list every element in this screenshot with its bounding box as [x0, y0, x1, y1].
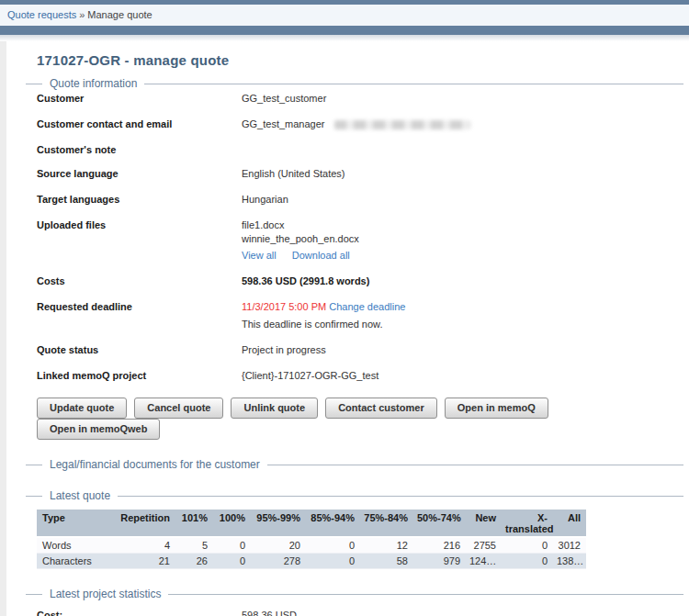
cost-label: Cost:	[37, 610, 242, 616]
table-cell: 0	[502, 537, 553, 554]
breadcrumb-current: Manage quote	[87, 9, 152, 20]
header-accent-bar	[0, 26, 689, 35]
download-all-link[interactable]: Download all	[292, 250, 350, 261]
uploaded-file-name: file1.docx	[242, 218, 359, 232]
section-latest-quote: Latest quote TypeRepetition101%100%95%-9…	[26, 489, 683, 582]
table-cell: 0	[306, 537, 360, 554]
customer-value: GG_test_customer	[242, 92, 326, 106]
cancel-quote-button[interactable]: Cancel quote	[134, 398, 223, 419]
table-cell: 20	[251, 537, 306, 554]
field-source-language: Source language English (United States)	[37, 167, 683, 181]
open-in-memoqweb-button[interactable]: Open in memoQweb	[37, 419, 160, 440]
change-deadline-link[interactable]: Change deadline	[329, 301, 405, 312]
field-costs: Costs 598.36 USD (2991.8 words)	[37, 274, 683, 288]
cost-value: 598.36 USD	[242, 610, 297, 616]
main-content: 171027-OGR - manage quote Quote informat…	[0, 41, 689, 616]
left-edge-strip	[0, 41, 6, 616]
uploaded-files-value: file1.docx winnie_the_pooh_en.docx View …	[242, 218, 359, 263]
costs-label: Costs	[37, 274, 242, 286]
table-cell: Characters	[37, 554, 110, 569]
quote-status-label: Quote status	[37, 343, 242, 355]
contact-customer-button[interactable]: Contact customer	[325, 398, 437, 419]
customer-label: Customer	[37, 92, 242, 104]
breadcrumb-quote-requests-link[interactable]: Quote requests	[7, 9, 76, 20]
column-header: Repetition	[110, 510, 175, 537]
customer-contact-label: Customer contact and email	[37, 118, 242, 129]
field-target-languages: Target languages Hungarian	[37, 193, 683, 207]
header-fade	[0, 35, 689, 41]
table-cell: Words	[37, 537, 110, 554]
requested-deadline-label: Requested deadline	[37, 300, 242, 312]
source-language-label: Source language	[37, 167, 242, 179]
update-quote-button[interactable]: Update quote	[37, 398, 127, 419]
section-latest-project-statistics: Latest project statistics Cost: 598.36 U…	[26, 588, 683, 616]
table-cell: 3012	[553, 537, 586, 554]
column-header: Type	[37, 510, 110, 537]
table-header-row: TypeRepetition101%100%95%-99%85%-94%75%-…	[37, 510, 586, 537]
field-cost: Cost: 598.36 USD	[37, 610, 683, 616]
table-cell: 2755	[466, 537, 502, 554]
table-cell: 0	[502, 554, 553, 569]
linked-project-label: Linked memoQ project	[37, 369, 242, 381]
table-cell: 21	[110, 554, 175, 569]
open-in-memoq-button[interactable]: Open in memoQ	[445, 398, 548, 419]
quote-information-legend: Quote information	[42, 77, 144, 90]
column-header: 101%	[175, 510, 213, 537]
column-header: 75%-84%	[360, 510, 413, 537]
customer-note-label: Customer's note	[37, 143, 242, 155]
field-customer: Customer GG_test_customer	[37, 92, 683, 106]
table-cell: 138…	[553, 554, 586, 569]
customer-contact-value: GG_test_manager	[242, 118, 470, 131]
field-customer-note: Customer's note	[37, 143, 683, 155]
deadline-confirmed-text: This deadline is confirmed now.	[242, 318, 405, 331]
customer-email-redacted	[334, 120, 470, 129]
table-cell: 12	[360, 537, 413, 554]
table-cell: 0	[213, 537, 251, 554]
linked-project-value: {Client}-171027-OGR-GG_test	[242, 369, 378, 383]
column-header: 85%-94%	[306, 510, 360, 537]
uploaded-file-name: winnie_the_pooh_en.docx	[242, 232, 359, 246]
latest-quote-legend: Latest quote	[42, 489, 118, 502]
uploaded-files-label: Uploaded files	[37, 218, 242, 230]
field-customer-contact: Customer contact and email GG_test_manag…	[37, 118, 683, 131]
table-cell: 216	[413, 537, 466, 554]
requested-deadline-value: 11/3/2017 5:00 PM Change deadline This d…	[242, 300, 405, 331]
section-quote-information: Quote information Customer GG_test_custo…	[26, 77, 683, 453]
target-languages-value: Hungarian	[242, 193, 288, 207]
breadcrumb: Quote requests»Manage quote	[0, 5, 689, 26]
table-cell: 0	[306, 554, 360, 569]
section-legal-documents: Legal/financial documents for the custom…	[26, 458, 683, 484]
column-header: X-translated	[502, 510, 553, 537]
target-languages-label: Target languages	[37, 193, 242, 205]
deadline-date: 11/3/2017 5:00 PM	[242, 301, 326, 312]
table-cell: 124…	[466, 554, 502, 569]
legal-documents-legend: Legal/financial documents for the custom…	[42, 458, 267, 471]
field-quote-status: Quote status Project in progress	[37, 343, 683, 357]
column-header: 50%-74%	[413, 510, 466, 537]
table-cell: 979	[413, 554, 466, 569]
table-cell: 278	[251, 554, 306, 569]
column-header: 100%	[213, 510, 251, 537]
latest-project-statistics-legend: Latest project statistics	[42, 588, 168, 600]
view-all-link[interactable]: View all	[242, 250, 277, 261]
table-cell: 0	[213, 554, 251, 569]
latest-quote-table: TypeRepetition101%100%95%-99%85%-94%75%-…	[37, 510, 586, 569]
column-header: All	[553, 510, 586, 537]
table-row: Characters21260278058979124…0138…	[37, 554, 586, 569]
column-header: 95%-99%	[251, 510, 306, 537]
unlink-quote-button[interactable]: Unlink quote	[231, 398, 318, 419]
table-row: Words45020012216275503012	[37, 537, 586, 554]
page-title: 171027-OGR - manage quote	[37, 52, 683, 68]
source-language-value: English (United States)	[242, 167, 345, 181]
field-uploaded-files: Uploaded files file1.docx winnie_the_poo…	[37, 218, 683, 263]
breadcrumb-separator: »	[79, 9, 85, 20]
quote-actions: Update quote Cancel quote Unlink quote C…	[37, 398, 683, 440]
table-cell: 26	[175, 554, 213, 569]
column-header: New	[466, 510, 502, 537]
table-cell: 5	[175, 537, 213, 554]
table-cell: 4	[110, 537, 175, 554]
costs-value: 598.36 USD (2991.8 words)	[242, 274, 369, 288]
field-linked-project: Linked memoQ project {Client}-171027-OGR…	[37, 369, 683, 383]
table-cell: 58	[360, 554, 413, 569]
field-requested-deadline: Requested deadline 11/3/2017 5:00 PM Cha…	[37, 300, 683, 331]
